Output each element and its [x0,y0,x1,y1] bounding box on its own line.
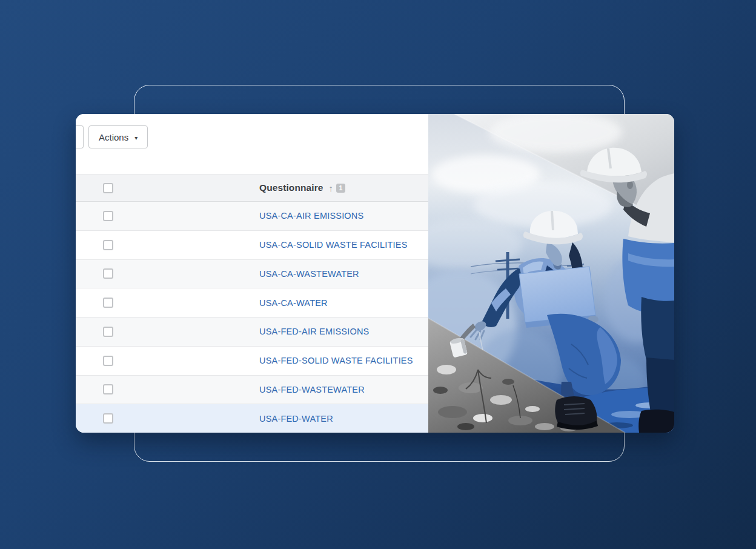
row-checkbox[interactable] [103,327,113,337]
row-link[interactable]: USA-FED-AIR EMISSIONS [259,327,369,336]
table-row[interactable]: USA-CA-WASTEWATER [76,259,428,288]
row-link[interactable]: USA-FED-WASTEWATER [259,385,365,394]
table-row[interactable]: USA-CA-SOLID WASTE FACILITIES [76,230,428,259]
chevron-down-icon: ▾ [134,135,138,141]
row-checkbox[interactable] [103,413,113,424]
row-checkbox[interactable] [103,268,113,279]
page-background: Actions ▾ Questionnaire ↑ 1 [0,0,756,549]
header-checkbox-cell [76,183,259,193]
table-row[interactable]: USA-CA-AIR EMISSIONS [76,202,428,230]
row-label-cell: USA-CA-WATER [259,298,428,308]
row-label-cell: USA-FED-SOLID WASTE FACILITIES [259,356,428,365]
header-label-cell[interactable]: Questionnaire ↑ 1 [259,182,428,193]
row-label-cell: USA-CA-SOLID WASTE FACILITIES [259,240,428,250]
table-row[interactable]: USA-FED-AIR EMISSIONS [76,317,428,346]
row-checkbox-cell [76,298,259,308]
row-checkbox-cell [76,268,259,279]
questionnaire-card: Actions ▾ Questionnaire ↑ 1 [76,114,674,433]
row-label-cell: USA-CA-WASTEWATER [259,269,428,279]
table-row[interactable]: USA-CA-WATER [76,288,428,317]
row-link[interactable]: USA-FED-SOLID WASTE FACILITIES [259,356,413,365]
actions-dropdown-button[interactable]: Actions ▾ [88,125,148,148]
row-checkbox[interactable] [103,240,113,250]
row-checkbox[interactable] [103,298,113,308]
questionnaire-column-header[interactable]: Questionnaire [259,182,323,193]
row-link[interactable]: USA-FED-WATER [259,414,333,424]
row-checkbox-cell [76,384,259,394]
facility-photo-illustration [428,114,674,433]
row-checkbox[interactable] [103,384,113,394]
actions-button-label: Actions [99,132,128,142]
questionnaire-table-pane: Actions ▾ Questionnaire ↑ 1 [76,114,428,433]
table-header-row: Questionnaire ↑ 1 [76,174,428,202]
table-row[interactable]: USA-FED-WATER [76,404,428,433]
select-all-checkbox[interactable] [103,183,113,193]
row-link[interactable]: USA-CA-AIR EMISSIONS [259,211,363,221]
clipped-toolbar-button[interactable] [76,125,84,148]
facility-photo [428,114,674,433]
row-link[interactable]: USA-CA-SOLID WASTE FACILITIES [259,240,408,250]
row-link[interactable]: USA-CA-WATER [259,298,328,308]
row-label-cell: USA-FED-WASTEWATER [259,385,428,394]
sort-priority-badge: 1 [336,184,345,193]
row-checkbox-cell [76,211,259,221]
row-checkbox[interactable] [103,356,113,366]
row-label-cell: USA-CA-AIR EMISSIONS [259,211,428,221]
table-row[interactable]: USA-FED-SOLID WASTE FACILITIES [76,346,428,375]
row-link[interactable]: USA-CA-WASTEWATER [259,269,359,279]
toolbar: Actions ▾ [76,114,428,174]
table-row[interactable]: USA-FED-WASTEWATER [76,375,428,404]
row-label-cell: USA-FED-AIR EMISSIONS [259,327,428,336]
row-checkbox-cell [76,356,259,366]
row-checkbox-cell [76,240,259,250]
sort-ascending-icon[interactable]: ↑ [329,183,334,193]
row-checkbox-cell [76,413,259,424]
row-label-cell: USA-FED-WATER [259,414,428,424]
questionnaire-table-body: USA-CA-AIR EMISSIONS USA-CA-SOLID WASTE … [76,202,428,433]
row-checkbox-cell [76,327,259,337]
row-checkbox[interactable] [103,211,113,221]
